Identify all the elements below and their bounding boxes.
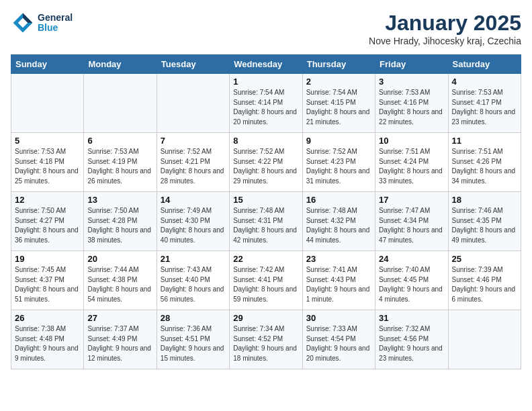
day-info: Sunrise: 7:46 AM Sunset: 4:35 PM Dayligh…	[452, 206, 517, 245]
day-number: 22	[233, 254, 298, 264]
day-info: Sunrise: 7:38 AM Sunset: 4:48 PM Dayligh…	[15, 324, 80, 363]
day-info: Sunrise: 7:32 AM Sunset: 4:56 PM Dayligh…	[379, 324, 444, 363]
calendar-subtitle: Nove Hrady, Jihocesky kraj, Czechia	[369, 36, 521, 46]
calendar-cell: 13Sunrise: 7:50 AM Sunset: 4:28 PM Dayli…	[84, 192, 157, 251]
day-number: 5	[15, 136, 80, 146]
day-info: Sunrise: 7:50 AM Sunset: 4:27 PM Dayligh…	[15, 206, 80, 245]
day-info: Sunrise: 7:54 AM Sunset: 4:15 PM Dayligh…	[306, 88, 371, 127]
day-number: 23	[306, 254, 371, 264]
calendar-cell: 5Sunrise: 7:53 AM Sunset: 4:18 PM Daylig…	[11, 133, 84, 192]
day-info: Sunrise: 7:45 AM Sunset: 4:37 PM Dayligh…	[15, 265, 80, 304]
calendar-cell: 7Sunrise: 7:52 AM Sunset: 4:21 PM Daylig…	[157, 133, 229, 192]
calendar-cell: 30Sunrise: 7:33 AM Sunset: 4:54 PM Dayli…	[302, 310, 375, 369]
calendar-table: SundayMondayTuesdayWednesdayThursdayFrid…	[11, 54, 521, 369]
col-header-tuesday: Tuesday	[157, 55, 229, 74]
day-number: 18	[452, 195, 517, 205]
day-number: 15	[233, 195, 298, 205]
day-info: Sunrise: 7:42 AM Sunset: 4:41 PM Dayligh…	[233, 265, 298, 304]
col-header-wednesday: Wednesday	[230, 55, 302, 74]
day-number: 4	[452, 77, 517, 87]
calendar-cell: 11Sunrise: 7:51 AM Sunset: 4:26 PM Dayli…	[448, 133, 521, 192]
day-info: Sunrise: 7:39 AM Sunset: 4:46 PM Dayligh…	[452, 265, 517, 304]
col-header-saturday: Saturday	[448, 55, 521, 74]
calendar-cell: 9Sunrise: 7:52 AM Sunset: 4:23 PM Daylig…	[302, 133, 375, 192]
day-number: 24	[379, 254, 444, 264]
day-number: 9	[306, 136, 371, 146]
day-info: Sunrise: 7:33 AM Sunset: 4:54 PM Dayligh…	[306, 324, 371, 363]
day-number: 25	[452, 254, 517, 264]
calendar-cell: 21Sunrise: 7:43 AM Sunset: 4:40 PM Dayli…	[157, 251, 229, 310]
calendar-cell	[157, 74, 229, 133]
calendar-cell: 6Sunrise: 7:53 AM Sunset: 4:19 PM Daylig…	[84, 133, 157, 192]
day-number: 16	[306, 195, 371, 205]
calendar-cell: 15Sunrise: 7:48 AM Sunset: 4:31 PM Dayli…	[230, 192, 302, 251]
day-info: Sunrise: 7:54 AM Sunset: 4:14 PM Dayligh…	[233, 88, 298, 127]
day-number: 3	[379, 77, 444, 87]
week-row-4: 19Sunrise: 7:45 AM Sunset: 4:37 PM Dayli…	[11, 251, 521, 310]
week-row-5: 26Sunrise: 7:38 AM Sunset: 4:48 PM Dayli…	[11, 310, 521, 369]
calendar-cell: 27Sunrise: 7:37 AM Sunset: 4:49 PM Dayli…	[84, 310, 157, 369]
week-row-1: 1Sunrise: 7:54 AM Sunset: 4:14 PM Daylig…	[11, 74, 521, 133]
day-number: 29	[233, 313, 298, 323]
logo-text: General Blue	[38, 13, 73, 34]
day-info: Sunrise: 7:48 AM Sunset: 4:32 PM Dayligh…	[306, 206, 371, 245]
week-row-2: 5Sunrise: 7:53 AM Sunset: 4:18 PM Daylig…	[11, 133, 521, 192]
logo: General Blue	[11, 11, 73, 35]
day-info: Sunrise: 7:44 AM Sunset: 4:38 PM Dayligh…	[87, 265, 152, 304]
calendar-header-row: SundayMondayTuesdayWednesdayThursdayFrid…	[11, 55, 521, 74]
day-number: 6	[87, 136, 152, 146]
day-info: Sunrise: 7:40 AM Sunset: 4:45 PM Dayligh…	[379, 265, 444, 304]
calendar-cell: 23Sunrise: 7:41 AM Sunset: 4:43 PM Dayli…	[302, 251, 375, 310]
calendar-title: January 2025	[369, 11, 521, 36]
calendar-cell: 10Sunrise: 7:51 AM Sunset: 4:24 PM Dayli…	[375, 133, 448, 192]
calendar-cell	[11, 74, 84, 133]
day-number: 21	[161, 254, 226, 264]
calendar-cell: 19Sunrise: 7:45 AM Sunset: 4:37 PM Dayli…	[11, 251, 84, 310]
day-info: Sunrise: 7:47 AM Sunset: 4:34 PM Dayligh…	[379, 206, 444, 245]
logo-line2: Blue	[38, 23, 73, 33]
day-number: 7	[161, 136, 226, 146]
day-number: 26	[15, 313, 80, 323]
col-header-thursday: Thursday	[302, 55, 375, 74]
day-number: 10	[379, 136, 444, 146]
calendar-cell: 31Sunrise: 7:32 AM Sunset: 4:56 PM Dayli…	[375, 310, 448, 369]
day-info: Sunrise: 7:51 AM Sunset: 4:24 PM Dayligh…	[379, 147, 444, 186]
day-info: Sunrise: 7:52 AM Sunset: 4:23 PM Dayligh…	[306, 147, 371, 186]
calendar-cell: 28Sunrise: 7:36 AM Sunset: 4:51 PM Dayli…	[157, 310, 229, 369]
title-block: January 2025 Nove Hrady, Jihocesky kraj,…	[369, 11, 521, 46]
week-row-3: 12Sunrise: 7:50 AM Sunset: 4:27 PM Dayli…	[11, 192, 521, 251]
calendar-cell: 22Sunrise: 7:42 AM Sunset: 4:41 PM Dayli…	[230, 251, 302, 310]
day-info: Sunrise: 7:53 AM Sunset: 4:16 PM Dayligh…	[379, 88, 444, 127]
calendar-cell	[448, 310, 521, 369]
calendar-cell: 20Sunrise: 7:44 AM Sunset: 4:38 PM Dayli…	[84, 251, 157, 310]
calendar-cell: 1Sunrise: 7:54 AM Sunset: 4:14 PM Daylig…	[230, 74, 302, 133]
day-info: Sunrise: 7:52 AM Sunset: 4:22 PM Dayligh…	[233, 147, 298, 186]
day-info: Sunrise: 7:36 AM Sunset: 4:51 PM Dayligh…	[161, 324, 226, 363]
calendar-cell: 16Sunrise: 7:48 AM Sunset: 4:32 PM Dayli…	[302, 192, 375, 251]
day-number: 11	[452, 136, 517, 146]
calendar-cell: 2Sunrise: 7:54 AM Sunset: 4:15 PM Daylig…	[302, 74, 375, 133]
calendar-cell: 3Sunrise: 7:53 AM Sunset: 4:16 PM Daylig…	[375, 74, 448, 133]
calendar-cell: 18Sunrise: 7:46 AM Sunset: 4:35 PM Dayli…	[448, 192, 521, 251]
calendar-cell: 25Sunrise: 7:39 AM Sunset: 4:46 PM Dayli…	[448, 251, 521, 310]
day-number: 12	[15, 195, 80, 205]
calendar-cell	[84, 74, 157, 133]
calendar-cell: 29Sunrise: 7:34 AM Sunset: 4:52 PM Dayli…	[230, 310, 302, 369]
day-number: 1	[233, 77, 298, 87]
day-number: 27	[87, 313, 152, 323]
day-info: Sunrise: 7:41 AM Sunset: 4:43 PM Dayligh…	[306, 265, 371, 304]
page-header: General Blue January 2025 Nove Hrady, Ji…	[11, 11, 521, 46]
day-info: Sunrise: 7:50 AM Sunset: 4:28 PM Dayligh…	[87, 206, 152, 245]
calendar-cell: 12Sunrise: 7:50 AM Sunset: 4:27 PM Dayli…	[11, 192, 84, 251]
day-number: 8	[233, 136, 298, 146]
col-header-friday: Friday	[375, 55, 448, 74]
calendar-cell: 8Sunrise: 7:52 AM Sunset: 4:22 PM Daylig…	[230, 133, 302, 192]
calendar-cell: 26Sunrise: 7:38 AM Sunset: 4:48 PM Dayli…	[11, 310, 84, 369]
day-number: 14	[161, 195, 226, 205]
day-info: Sunrise: 7:34 AM Sunset: 4:52 PM Dayligh…	[233, 324, 298, 363]
day-info: Sunrise: 7:53 AM Sunset: 4:18 PM Dayligh…	[15, 147, 80, 186]
day-info: Sunrise: 7:37 AM Sunset: 4:49 PM Dayligh…	[87, 324, 152, 363]
logo-icon	[11, 11, 35, 35]
day-info: Sunrise: 7:53 AM Sunset: 4:19 PM Dayligh…	[87, 147, 152, 186]
col-header-sunday: Sunday	[11, 55, 84, 74]
